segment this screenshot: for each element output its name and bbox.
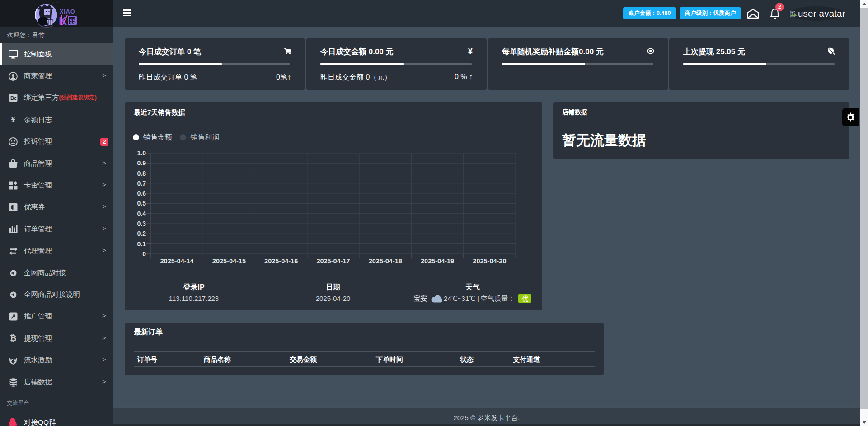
svg-text:K: K [59,14,67,27]
svg-text:2025-04-16: 2025-04-16 [264,257,298,265]
svg-text:2025-04-17: 2025-04-17 [316,257,350,265]
svg-text:0.3: 0.3 [137,220,146,227]
svg-text:0.4: 0.4 [137,210,146,217]
svg-text:2025-04-14: 2025-04-14 [160,257,194,265]
svg-text:0.1: 0.1 [137,240,146,248]
svg-text:0.9: 0.9 [137,159,146,167]
svg-text:0.8: 0.8 [137,170,146,177]
svg-text:0.6: 0.6 [137,190,146,197]
svg-text:2025-04-20: 2025-04-20 [473,257,506,265]
svg-text:2025-04-15: 2025-04-15 [212,257,246,265]
svg-text:0.7: 0.7 [137,180,146,187]
svg-text:0: 0 [142,250,146,257]
svg-text:2025-04-18: 2025-04-18 [369,257,402,265]
svg-text:2025-04-19: 2025-04-19 [421,257,454,265]
svg-text:Be: Be [10,95,17,101]
svg-text:0.2: 0.2 [137,230,146,237]
svg-text:0.5: 0.5 [137,200,146,207]
svg-text:XIAO: XIAO [60,9,75,15]
svg-text:1.0: 1.0 [137,150,146,157]
